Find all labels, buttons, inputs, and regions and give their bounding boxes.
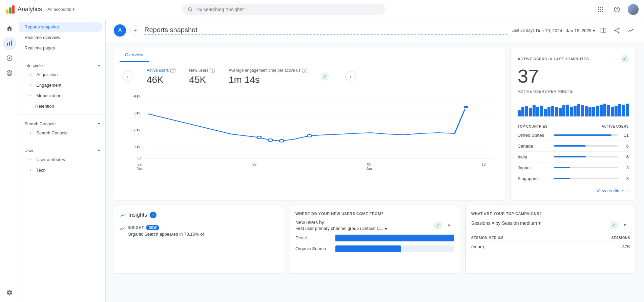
svg-text:4K: 4K [133, 94, 141, 98]
nav-tech[interactable]: › Tech [19, 165, 103, 175]
nav-retention-label: Retention [35, 104, 54, 109]
bottom-cards: Insights 1 INSIGHT New Organic S [106, 206, 644, 279]
campaigns-check-icon: ✓ [610, 221, 618, 229]
engagement-info-button[interactable]: ? [302, 68, 307, 73]
prev-metric-button[interactable]: ‹ [122, 71, 133, 82]
svg-point-38 [307, 134, 312, 137]
realtime-bar [588, 107, 591, 116]
share-button[interactable] [611, 25, 622, 36]
new-users-selector-dropdown[interactable]: New users by First user primary channel … [295, 220, 387, 231]
user-section[interactable]: User ▾ [19, 144, 105, 154]
campaigns-content: Sessions ▾ by Session medium ▾ ✓ ▾ SESSI… [471, 220, 630, 252]
chevron-down-icon: ▾ [72, 7, 75, 12]
active-users-info-button[interactable]: ? [170, 68, 175, 73]
nav-reports-snapshot[interactable]: Reports snapshot [19, 22, 103, 32]
realtime-bar [570, 107, 573, 116]
next-metric-button[interactable]: › [345, 71, 356, 82]
help-button[interactable]: ? [611, 4, 622, 15]
add-comparison-button[interactable]: + [130, 25, 140, 36]
nav-user-attributes[interactable]: › User attributes [19, 154, 103, 165]
sidebar-explore-button[interactable] [3, 51, 16, 65]
realtime-bar [581, 105, 584, 116]
nav-tech-label: Tech [36, 168, 45, 173]
nav-search-console-label: Search Console [36, 130, 68, 135]
realtime-bar [518, 110, 521, 116]
acquisition-chevron-icon: › [30, 73, 31, 77]
nav-retention[interactable]: Retention [19, 101, 103, 111]
search-input[interactable] [195, 7, 380, 12]
content-header: A + Reports snapshot Last 28 days Dec 19… [106, 19, 644, 42]
account-selector[interactable]: All accounts ▾ [47, 7, 75, 12]
country-name: Japan [518, 165, 550, 170]
channel-bar-track [335, 245, 454, 252]
avatar-image [628, 4, 639, 15]
nav-acquisition[interactable]: › Acquisition [19, 69, 103, 80]
campaigns-expand-button[interactable]: ▾ [619, 220, 630, 231]
top-nav-right: ? [595, 4, 639, 15]
sidebar-settings-button[interactable] [3, 286, 16, 299]
svg-rect-1 [9, 7, 12, 14]
channel-bar-fill [335, 235, 454, 241]
view-realtime-link[interactable]: View realtime → [518, 188, 629, 193]
realtime-bar [536, 107, 539, 116]
compare-view-button[interactable] [598, 25, 609, 36]
search-bar[interactable] [182, 4, 385, 15]
campaign-sessions-selector[interactable]: Sessions ▾ by Session medium ▾ [471, 220, 541, 226]
svg-point-21 [7, 71, 12, 76]
svg-text:1K: 1K [133, 145, 141, 149]
logo[interactable]: Analytics [5, 5, 42, 14]
tab-overview[interactable]: Overview [120, 48, 149, 62]
nav-engagement-label: Engagement [36, 83, 61, 88]
view-realtime-arrow-icon: → [624, 188, 629, 193]
country-row: Canada 6 [518, 141, 629, 152]
country-bar-track [554, 145, 618, 147]
svg-line-4 [191, 10, 192, 12]
nav-divider-3 [19, 141, 105, 141]
insights-trend-button[interactable] [625, 25, 636, 36]
date-range-selector[interactable]: Last 28 days Dec 19, 2024 - Jan 15, 2025… [512, 28, 595, 33]
sidebar-home-button[interactable] [3, 22, 16, 35]
realtime-bar [622, 105, 625, 116]
channel-bar-track [335, 235, 454, 241]
search-icon [187, 7, 193, 12]
country-bar-track [554, 156, 618, 157]
insight-trend-icon [120, 226, 125, 233]
nav-search-console[interactable]: › Search Console [19, 128, 103, 138]
search-console-section[interactable]: Search Console ▾ [19, 117, 105, 128]
content-avatar[interactable]: A [114, 24, 126, 37]
insights-count-badge: 1 [150, 212, 157, 218]
channel-name: Organic Search [295, 246, 333, 251]
realtime-bar [577, 104, 580, 116]
sidebar-advertising-button[interactable] [3, 66, 16, 80]
new-users-info-button[interactable]: ? [210, 68, 215, 73]
nav-monetization[interactable]: › Monetization [19, 90, 103, 101]
realtime-bar [521, 107, 524, 116]
content-body: Overview ‹ Active users ? 46K New users [106, 42, 644, 206]
svg-text:3K: 3K [133, 111, 141, 115]
x-label-dec: Dec [137, 167, 143, 171]
nav-realtime-overview[interactable]: Realtime overview [19, 32, 103, 43]
realtime-bar [555, 107, 558, 116]
user-avatar[interactable] [628, 4, 639, 15]
realtime-bar [551, 106, 554, 116]
x-label-05: 05 [367, 162, 371, 166]
apps-grid-button[interactable] [595, 4, 606, 15]
realtime-bar [600, 105, 603, 116]
lifecycle-section[interactable]: Life cycle ▾ [19, 59, 105, 69]
svg-rect-9 [600, 9, 601, 10]
insight-text: Organic Search appeared in 73.15% of [128, 232, 278, 237]
country-bar-fill [554, 134, 611, 136]
nav-realtime-pages-label: Realtime pages [24, 45, 55, 50]
realtime-bar [585, 106, 588, 116]
sidebar-reports-button[interactable] [3, 37, 16, 50]
svg-rect-6 [600, 7, 601, 8]
realtime-bar [529, 108, 532, 116]
insights-title: Insights [128, 212, 147, 218]
nav-engagement[interactable]: › Engagement [19, 80, 103, 90]
new-users-metric: New users ? 45K [189, 68, 215, 85]
nav-realtime-pages[interactable]: Realtime pages [19, 43, 103, 53]
new-users-expand-button[interactable]: ▾ [443, 220, 454, 231]
nav-divider-2 [19, 114, 105, 114]
realtime-bar [566, 105, 569, 116]
home-icon [6, 25, 13, 32]
